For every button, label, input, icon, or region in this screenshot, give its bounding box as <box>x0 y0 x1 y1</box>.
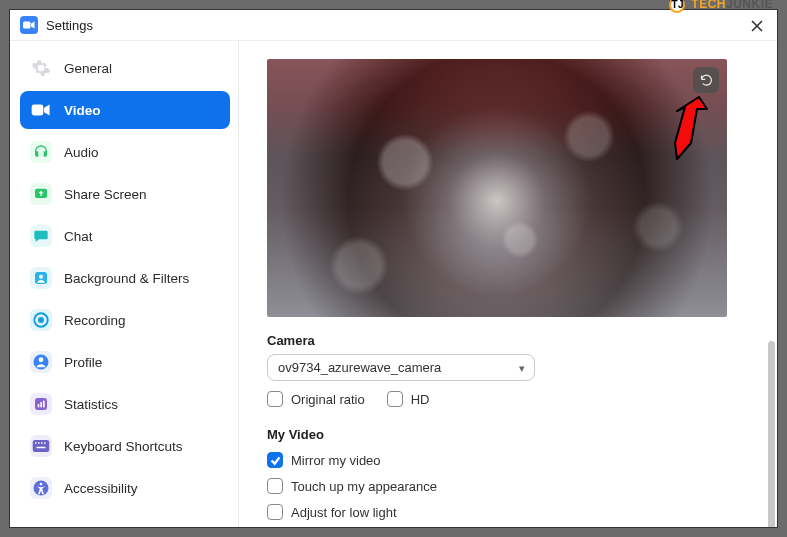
sidebar-item-general[interactable]: General <box>20 49 230 87</box>
sidebar-item-label: Audio <box>64 145 99 160</box>
sidebar-item-accessibility[interactable]: Accessibility <box>20 469 230 507</box>
statistics-icon <box>30 393 52 415</box>
svg-rect-0 <box>23 22 31 29</box>
checkbox-low-light[interactable]: Adjust for low light <box>267 504 749 520</box>
background-filters-icon <box>30 267 52 289</box>
my-video-section-label: My Video <box>267 427 749 442</box>
watermark-text-1: TECH <box>691 0 726 11</box>
sidebar-item-keyboard-shortcuts[interactable]: Keyboard Shortcuts <box>20 427 230 465</box>
sidebar-item-recording[interactable]: Recording <box>20 301 230 339</box>
sidebar-item-statistics[interactable]: Statistics <box>20 385 230 423</box>
headphones-icon <box>30 141 52 163</box>
checkbox-mirror-video[interactable]: Mirror my video <box>267 452 749 468</box>
checkbox-label: HD <box>411 392 430 407</box>
scrollbar-thumb[interactable] <box>768 341 775 527</box>
watermark-text-2: JUNKIE <box>726 0 773 11</box>
svg-point-6 <box>38 317 44 323</box>
video-icon <box>30 99 52 121</box>
content-panel: Camera ov9734_azurewave_camera ▾ Origina… <box>239 41 777 527</box>
svg-rect-14 <box>35 442 37 444</box>
rotate-icon <box>699 73 714 88</box>
settings-window: Settings General Video <box>9 9 778 528</box>
profile-icon <box>30 351 52 373</box>
sidebar-item-audio[interactable]: Audio <box>20 133 230 171</box>
sidebar-item-label: Background & Filters <box>64 271 189 286</box>
checkbox-hd[interactable]: HD <box>387 391 430 407</box>
sidebar-item-label: Recording <box>64 313 126 328</box>
sidebar-item-profile[interactable]: Profile <box>20 343 230 381</box>
checkbox-box <box>267 391 283 407</box>
body: General Video Audio Share Screen <box>10 41 777 527</box>
watermark-badge: TJ <box>669 0 685 13</box>
checkbox-box <box>267 504 283 520</box>
camera-options-row: Original ratio HD <box>267 391 749 407</box>
accessibility-icon <box>30 477 52 499</box>
share-screen-icon <box>30 183 52 205</box>
sidebar-item-label: General <box>64 61 112 76</box>
svg-rect-12 <box>43 401 45 408</box>
sidebar-item-label: Share Screen <box>64 187 147 202</box>
sidebar-item-label: Video <box>64 103 101 118</box>
rotate-preview-button[interactable] <box>693 67 719 93</box>
chat-icon <box>30 225 52 247</box>
checkbox-label: Original ratio <box>291 392 365 407</box>
watermark: TJ TECHJUNKIE <box>669 0 773 13</box>
svg-point-20 <box>40 483 43 486</box>
recording-icon <box>30 309 52 331</box>
sidebar-item-share-screen[interactable]: Share Screen <box>20 175 230 213</box>
svg-rect-1 <box>32 105 44 116</box>
checkbox-original-ratio[interactable]: Original ratio <box>267 391 365 407</box>
svg-rect-15 <box>38 442 40 444</box>
sidebar-item-label: Keyboard Shortcuts <box>64 439 183 454</box>
check-icon <box>270 455 281 466</box>
sidebar-item-background-filters[interactable]: Background & Filters <box>20 259 230 297</box>
svg-point-8 <box>39 357 44 362</box>
my-video-options: Mirror my video Touch up my appearance A… <box>267 452 749 520</box>
arrow-annotation <box>655 93 709 165</box>
window-title: Settings <box>46 18 93 33</box>
svg-rect-13 <box>33 440 50 452</box>
svg-point-4 <box>39 275 43 279</box>
keyboard-icon <box>30 435 52 457</box>
camera-section-label: Camera <box>267 333 749 348</box>
sidebar-item-chat[interactable]: Chat <box>20 217 230 255</box>
svg-rect-16 <box>41 442 43 444</box>
app-icon <box>20 16 38 34</box>
sidebar-item-label: Chat <box>64 229 93 244</box>
checkbox-label: Adjust for low light <box>291 505 397 520</box>
checkbox-label: Touch up my appearance <box>291 479 437 494</box>
checkbox-touch-up[interactable]: Touch up my appearance <box>267 478 749 494</box>
gear-icon <box>30 57 52 79</box>
close-icon <box>750 19 764 33</box>
close-button[interactable] <box>747 16 767 36</box>
svg-rect-11 <box>40 402 42 407</box>
checkbox-box-checked <box>267 452 283 468</box>
sidebar-item-label: Statistics <box>64 397 118 412</box>
svg-rect-10 <box>38 404 40 407</box>
checkbox-box <box>267 478 283 494</box>
sidebar-item-video[interactable]: Video <box>20 91 230 129</box>
sidebar-item-label: Accessibility <box>64 481 138 496</box>
checkbox-box <box>387 391 403 407</box>
sidebar: General Video Audio Share Screen <box>10 41 239 527</box>
camera-select[interactable]: ov9734_azurewave_camera ▾ <box>267 354 535 381</box>
svg-rect-17 <box>44 442 46 444</box>
svg-rect-18 <box>37 447 46 449</box>
titlebar: Settings <box>10 10 777 41</box>
video-preview <box>267 59 727 317</box>
checkbox-label: Mirror my video <box>291 453 381 468</box>
camera-select-value: ov9734_azurewave_camera <box>267 354 535 381</box>
sidebar-item-label: Profile <box>64 355 102 370</box>
